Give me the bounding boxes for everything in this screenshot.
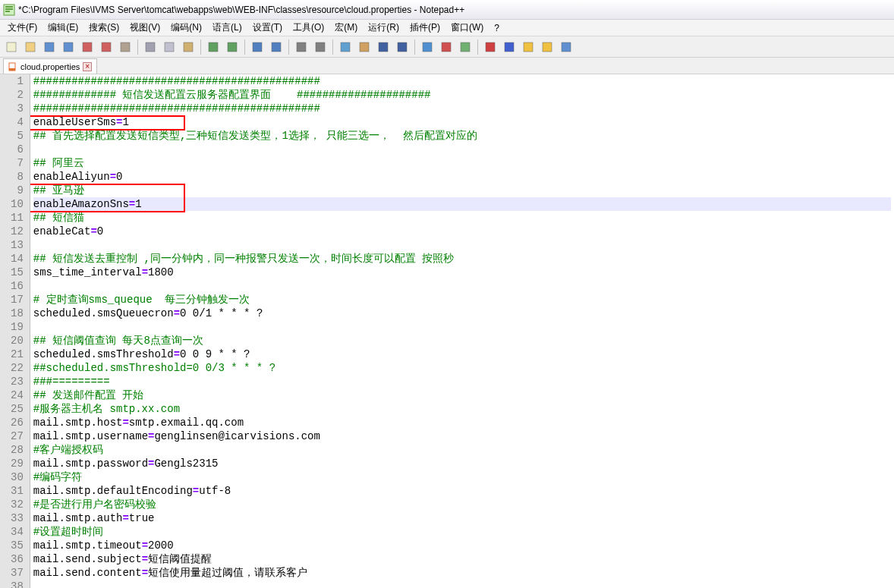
saveall-icon[interactable] (60, 39, 77, 55)
code-line[interactable]: ########################################… (33, 74, 891, 88)
code-line[interactable]: enableUserSms=1 (33, 115, 891, 129)
lang-icon[interactable] (438, 39, 455, 55)
play-icon[interactable] (520, 39, 537, 55)
tab-close-icon[interactable]: × (83, 62, 92, 71)
code-line[interactable]: mail.smtp.host=smtp.exmail.qq.com (33, 416, 891, 429)
code-line[interactable]: mail.smtp.auth=true (33, 511, 891, 525)
zoomout-icon[interactable] (312, 39, 329, 55)
menu-11[interactable]: 窗口(W) (446, 20, 488, 36)
code-line[interactable]: scheduled.smsThreshold=0 0 9 * * ? (33, 347, 891, 361)
indent-icon[interactable] (394, 39, 411, 55)
line-number: 12 (11, 225, 24, 238)
code-line[interactable]: #编码字符 (33, 470, 891, 484)
print-icon[interactable] (117, 39, 134, 55)
code-line[interactable] (33, 238, 891, 252)
code-line[interactable]: mail.send.subject=短信阈值提醒 (33, 552, 891, 566)
wrap-icon[interactable] (356, 39, 373, 55)
code-line[interactable]: mail.smtp.username=genglinsen@icarvision… (33, 429, 891, 443)
code-area[interactable]: ########################################… (30, 74, 894, 588)
code-line[interactable] (33, 279, 891, 293)
redo-icon[interactable] (224, 39, 241, 55)
svg-rect-1 (5, 6, 13, 8)
svg-rect-24 (423, 42, 432, 52)
menu-7[interactable]: 工具(O) (288, 20, 329, 36)
open-icon[interactable] (22, 39, 39, 55)
copy-icon[interactable] (161, 39, 178, 55)
new-icon[interactable] (3, 39, 20, 55)
menu-3[interactable]: 视图(V) (125, 20, 165, 36)
code-line[interactable]: mail.smtp.password=Gengls2315 (33, 457, 891, 470)
code-line[interactable]: enableAmazonSns=1 (33, 197, 891, 211)
svg-rect-4 (7, 42, 16, 52)
menu-4[interactable]: 编码(N) (166, 20, 206, 36)
window-title: *C:\Program Files\IVMS Server\tomcat\web… (18, 5, 464, 15)
line-number: 8 (11, 170, 24, 184)
code-line[interactable] (33, 320, 891, 334)
code-line[interactable]: ########################################… (33, 102, 891, 115)
file-tab[interactable]: cloud.properties × (3, 58, 97, 74)
find-icon[interactable] (249, 39, 266, 55)
code-line[interactable]: enableAliyun=0 (33, 170, 891, 184)
code-line[interactable]: scheduled.smsQueuecron=0 0/1 * * * ? (33, 307, 891, 320)
line-number: 19 (11, 320, 24, 334)
menu-8[interactable]: 宏(M) (330, 20, 362, 36)
line-number: 22 (11, 361, 24, 375)
undo-icon[interactable] (205, 39, 222, 55)
folder-icon[interactable] (419, 39, 436, 55)
code-line[interactable]: enableCat=0 (33, 225, 891, 238)
line-number: 38 (11, 580, 24, 588)
code-line[interactable]: #设置超时时间 (33, 525, 891, 539)
code-line[interactable]: mail.smtp.timeout=2000 (33, 539, 891, 552)
code-line[interactable]: #服务器主机名 smtp.xx.com (33, 402, 891, 416)
save-icon[interactable] (41, 39, 58, 55)
code-line[interactable]: #是否进行用户名密码校验 (33, 498, 891, 511)
code-line[interactable]: ## 短信阈值查询 每天8点查询一次 (33, 334, 891, 347)
menu-10[interactable]: 插件(P) (405, 20, 445, 36)
code-line[interactable]: sms_time_interval=1800 (33, 266, 891, 279)
record-icon[interactable] (482, 39, 499, 55)
code-line[interactable]: ############# 短信发送配置云服务器配置界面 ###########… (33, 88, 891, 102)
code-line[interactable]: ## 短信猫 (33, 211, 891, 225)
sync-icon[interactable] (337, 39, 354, 55)
svg-rect-13 (184, 42, 193, 52)
menu-9[interactable]: 运行(R) (364, 20, 404, 36)
menu-6[interactable]: 设置(T) (248, 20, 287, 36)
line-number: 1 (11, 74, 24, 88)
titlebar: *C:\Program Files\IVMS Server\tomcat\web… (0, 0, 894, 20)
monitor-icon[interactable] (457, 39, 474, 55)
svg-rect-33 (9, 68, 15, 71)
code-line[interactable]: ###========= (33, 375, 891, 388)
code-line[interactable]: ##scheduled.smsThreshold=0 0/3 * * * ? (33, 361, 891, 375)
code-line[interactable]: #客户端授权码 (33, 443, 891, 457)
savemacro-icon[interactable] (558, 39, 574, 55)
replace-icon[interactable] (268, 39, 285, 55)
stoprec-icon[interactable] (501, 39, 518, 55)
menu-0[interactable]: 文件(F) (3, 20, 42, 36)
menu-12[interactable]: ? (489, 21, 504, 35)
zoomin-icon[interactable] (293, 39, 310, 55)
code-line[interactable] (33, 143, 891, 156)
cut-icon[interactable] (142, 39, 159, 55)
closeall-icon[interactable] (98, 39, 115, 55)
menu-5[interactable]: 语言(L) (208, 20, 247, 36)
line-number: 20 (11, 334, 24, 347)
code-line[interactable]: mail.smtp.defaultEncoding=utf-8 (33, 484, 891, 498)
close-icon[interactable] (79, 39, 96, 55)
code-line[interactable]: ## 阿里云 (33, 156, 891, 170)
menu-1[interactable]: 编辑(E) (43, 20, 83, 36)
code-line[interactable]: ## 短信发送去重控制 ,同一分钟内，同一种报警只发送一次，时间长度可以配置 按… (33, 252, 891, 266)
line-number: 11 (11, 211, 24, 225)
menu-2[interactable]: 搜索(S) (84, 20, 124, 36)
code-line[interactable]: mail.send.content=短信使用量超过阈值，请联系客户 (33, 566, 891, 580)
playmulti-icon[interactable] (539, 39, 556, 55)
code-line[interactable]: ## 发送邮件配置 开始 (33, 388, 891, 402)
code-line[interactable] (33, 580, 891, 588)
code-line[interactable]: # 定时查询sms_queque 每三分钟触发一次 (33, 293, 891, 307)
code-line[interactable]: ## 亚马逊 (33, 184, 891, 197)
line-number: 36 (11, 552, 24, 566)
allchars-icon[interactable] (375, 39, 392, 55)
paste-icon[interactable] (180, 39, 197, 55)
editor[interactable]: 1234567891011121314151617181920212223242… (0, 74, 894, 588)
code-line[interactable]: ## 首先选择配置发送短信类型,三种短信发送类型，1选择， 只能三选一， 然后配… (33, 129, 891, 143)
svg-rect-23 (398, 42, 407, 52)
